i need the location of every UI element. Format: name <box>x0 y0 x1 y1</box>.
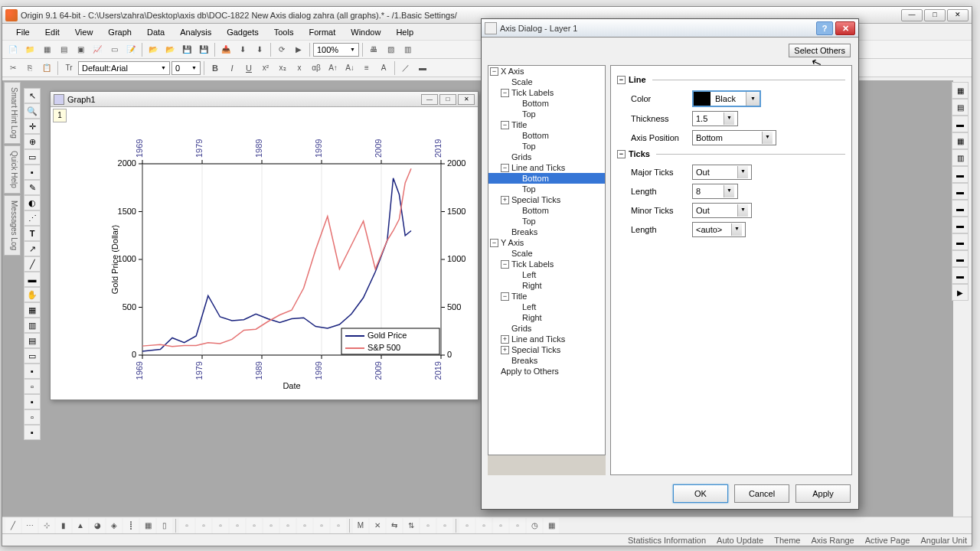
bt17-icon[interactable]: ▫ <box>280 518 296 533</box>
refresh-icon[interactable]: ⟳ <box>274 42 289 57</box>
tree-item[interactable]: Scale <box>488 77 605 87</box>
text-tool-icon[interactable]: T <box>24 226 41 241</box>
graph-titlebar[interactable]: Graph1 — □ ✕ <box>51 92 478 107</box>
draw-data-icon[interactable]: ✎ <box>24 180 41 195</box>
quick-help-tab[interactable]: Quick Help <box>4 145 21 194</box>
tree-item[interactable]: Bottom <box>488 173 605 184</box>
bt19-icon[interactable]: ▫ <box>314 518 329 533</box>
graph-minimize-button[interactable]: — <box>421 94 438 105</box>
tree-item[interactable]: Top <box>488 216 605 227</box>
import-multiple-icon[interactable]: ⬇ <box>252 42 267 57</box>
bt18-icon[interactable]: ▫ <box>297 518 312 533</box>
layer-tool-icon[interactable]: ▦ <box>24 302 41 318</box>
new-layout-icon[interactable]: ▭ <box>106 42 122 57</box>
tree-item[interactable]: Left <box>488 269 605 280</box>
color-scale-icon[interactable]: ▤ <box>24 333 41 348</box>
line-symbol-icon[interactable]: ⊹ <box>39 518 54 533</box>
new-graph-icon[interactable]: 📈 <box>90 42 105 57</box>
right-tool-3-icon[interactable]: ▬ <box>952 116 969 132</box>
tree-item[interactable]: Right <box>488 280 605 291</box>
tree-item[interactable]: Bottom <box>488 98 605 109</box>
greek-icon[interactable]: αβ <box>309 60 324 76</box>
region-tool-icon[interactable]: ◐ <box>24 195 41 210</box>
menu-tools[interactable]: Tools <box>266 26 302 38</box>
bt16-icon[interactable]: ▫ <box>263 518 279 533</box>
tree-item[interactable]: Top <box>488 109 605 119</box>
tree-item[interactable]: Top <box>488 141 605 152</box>
open-icon[interactable]: 📂 <box>145 42 161 57</box>
pop-tool-4-icon[interactable]: ▫ <box>24 409 41 425</box>
align-icon[interactable]: ≡ <box>359 60 374 76</box>
ticks-section-header[interactable]: −Ticks <box>617 149 845 158</box>
tree-item[interactable]: Grids <box>488 152 605 162</box>
pointer-tool-icon[interactable]: ↖ <box>24 88 41 103</box>
thickness-combo[interactable]: 1.5▼ <box>692 111 738 126</box>
scatter-plot-icon[interactable]: ⋯ <box>22 518 38 533</box>
annotation-icon[interactable]: ⋰ <box>24 210 41 226</box>
right-tool-1-icon[interactable]: ▦ <box>952 82 969 99</box>
minor-ticks-combo[interactable]: Out▼ <box>692 203 752 218</box>
menu-data[interactable]: Data <box>139 26 172 38</box>
supersubscript-icon[interactable]: x <box>292 60 307 76</box>
import-single-icon[interactable]: ⬇ <box>235 42 250 57</box>
right-tool-11-icon[interactable]: ▬ <box>952 250 969 267</box>
axis-tool-icon[interactable]: ▥ <box>24 318 41 333</box>
subscript-icon[interactable]: x₂ <box>275 60 290 76</box>
save-template-icon[interactable]: 💾 <box>196 42 211 57</box>
tree-item[interactable]: Grids <box>488 323 605 334</box>
tree-item[interactable]: Breaks <box>488 355 605 366</box>
menu-view[interactable]: View <box>67 26 101 38</box>
right-tool-8-icon[interactable]: ▬ <box>952 200 969 217</box>
dialog-close-button[interactable]: ✕ <box>835 21 855 35</box>
bt28-icon[interactable]: ▫ <box>476 518 492 533</box>
minor-length-combo[interactable]: <auto>▼ <box>692 222 746 237</box>
copy-icon[interactable]: ⎘ <box>22 60 38 76</box>
new-notes-icon[interactable]: 📝 <box>123 42 139 57</box>
data-reader-icon[interactable]: ✛ <box>24 119 41 134</box>
right-tool-4-icon[interactable]: ▦ <box>952 132 969 149</box>
pop-tool-5-icon[interactable]: ▪ <box>24 425 41 440</box>
bt11-icon[interactable]: ▫ <box>179 518 194 533</box>
right-tool-5-icon[interactable]: ▥ <box>952 149 969 166</box>
pie-plot-icon[interactable]: ◕ <box>90 518 105 533</box>
recalculate-icon[interactable]: ▶ <box>291 42 306 57</box>
tree-item[interactable]: −Tick Labels <box>488 259 605 269</box>
smart-hint-tab[interactable]: Smart Hint Log <box>4 82 21 144</box>
new-project-icon[interactable]: 📄 <box>5 42 21 57</box>
bt23-icon[interactable]: ⇆ <box>387 518 402 533</box>
stock-plot-icon[interactable]: ┋ <box>123 518 139 533</box>
rectangle-tool-icon[interactable]: ▬ <box>24 272 41 287</box>
bt15-icon[interactable]: ▫ <box>247 518 262 533</box>
bt13-icon[interactable]: ▫ <box>213 518 228 533</box>
code-builder-icon[interactable]: ▧ <box>383 42 398 57</box>
dialog-titlebar[interactable]: Axis Dialog - Layer 1 ? ✕ <box>482 19 858 37</box>
menu-edit[interactable]: Edit <box>38 26 67 38</box>
button-tool-icon[interactable]: ▭ <box>24 348 41 364</box>
bt14-icon[interactable]: ▫ <box>230 518 245 533</box>
bt25-icon[interactable]: ▫ <box>420 518 436 533</box>
line-color-icon[interactable]: ／ <box>398 60 413 76</box>
tree-item[interactable]: −Tick Labels <box>488 87 605 98</box>
pop-tool-2-icon[interactable]: ▫ <box>24 379 41 394</box>
graph-close-button[interactable]: ✕ <box>458 94 475 105</box>
axis-tree[interactable]: −X AxisScale−Tick LabelsBottomTop−TitleB… <box>488 65 606 455</box>
decrease-font-icon[interactable]: A↓ <box>342 60 358 76</box>
bt29-icon[interactable]: ▫ <box>493 518 508 533</box>
tree-item[interactable]: −X Axis <box>488 66 605 77</box>
histogram-icon[interactable]: ▦ <box>140 518 155 533</box>
script-window-icon[interactable]: ▥ <box>400 42 415 57</box>
selection-tool-icon[interactable]: ▭ <box>24 149 41 165</box>
close-button[interactable]: ✕ <box>947 9 969 21</box>
contour-plot-icon[interactable]: ◈ <box>106 518 122 533</box>
select-others-button[interactable]: Select Others <box>789 44 851 57</box>
tree-item[interactable]: Top <box>488 184 605 194</box>
major-ticks-combo[interactable]: Out▼ <box>692 165 752 180</box>
menu-analysis[interactable]: Analysis <box>172 26 219 38</box>
line-plot-icon[interactable]: ╱ <box>5 518 21 533</box>
pop-tool-3-icon[interactable]: ▪ <box>24 394 41 409</box>
menu-gadgets[interactable]: Gadgets <box>219 26 266 38</box>
font-combo[interactable]: Default: Arial▼ <box>78 61 170 75</box>
font-color-icon[interactable]: A <box>376 60 391 76</box>
open-template-icon[interactable]: 📂 <box>162 42 178 57</box>
bold-icon[interactable]: B <box>207 60 223 76</box>
